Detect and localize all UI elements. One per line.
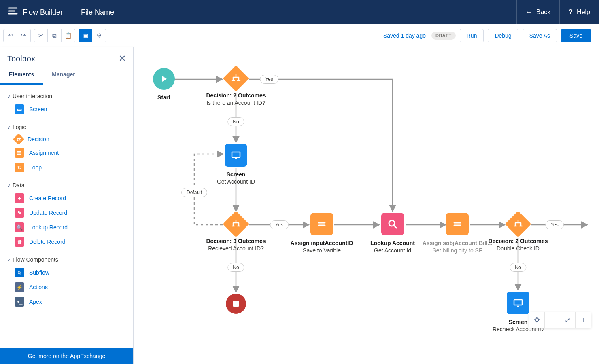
redo-button[interactable]: ↷ bbox=[17, 29, 31, 42]
palette-create-record[interactable]: ＋ Create Record bbox=[7, 191, 126, 205]
node-screen-1[interactable]: Screen Get Account ID bbox=[204, 144, 268, 185]
lookup-icon bbox=[381, 213, 404, 235]
zoom-controls: ✥ − ⤢ + bbox=[529, 312, 591, 328]
start-icon bbox=[153, 68, 175, 90]
fit-button[interactable]: ⤢ bbox=[560, 312, 576, 328]
loop-icon: ↻ bbox=[15, 163, 24, 172]
node-lookup[interactable]: Lookup Account Get Account Id bbox=[360, 213, 425, 254]
assignment-icon bbox=[310, 213, 333, 235]
subflow-icon: ≋ bbox=[15, 268, 24, 277]
draft-badge: DRAFT bbox=[431, 32, 456, 40]
flow-canvas[interactable]: Yes No Default Yes No Yes No Start Decis… bbox=[134, 47, 599, 364]
outcome-no[interactable]: No bbox=[227, 263, 244, 272]
chevron-down-icon: ∨ bbox=[7, 183, 10, 188]
file-name[interactable]: File Name bbox=[71, 8, 124, 17]
undo-button[interactable]: ↶ bbox=[3, 29, 17, 42]
chevron-down-icon: ∨ bbox=[7, 125, 10, 129]
assignment-icon bbox=[446, 213, 469, 235]
copy-button[interactable]: ⧉ bbox=[48, 29, 62, 42]
chevron-down-icon: ∨ bbox=[7, 94, 10, 99]
help-button[interactable]: ? Help bbox=[559, 0, 599, 24]
outcome-yes[interactable]: Yes bbox=[545, 220, 564, 229]
screen-icon bbox=[507, 292, 529, 314]
node-end[interactable] bbox=[204, 294, 268, 318]
gear-icon: ⚙ bbox=[96, 32, 102, 39]
apex-icon: >_ bbox=[15, 297, 24, 307]
debug-button[interactable]: Debug bbox=[488, 29, 518, 42]
toolbox-tabs: Elements Manager bbox=[0, 67, 133, 85]
zoom-out-button[interactable]: − bbox=[545, 312, 560, 328]
app-brand: Flow Builder bbox=[0, 0, 71, 24]
question-icon: ? bbox=[569, 8, 573, 16]
node-assign-input[interactable]: Assign inputAccountID Save to Varible bbox=[289, 213, 354, 254]
toolbox-title: Toolbox bbox=[7, 54, 35, 63]
panel-icon: ▣ bbox=[83, 32, 88, 39]
app-header: Flow Builder File Name ← Back ? Help bbox=[0, 0, 599, 24]
pan-button[interactable]: ✥ bbox=[529, 312, 545, 328]
toggle-panel-button[interactable]: ▣ bbox=[79, 29, 92, 42]
action-icon: ⚡ bbox=[15, 282, 24, 292]
chevron-down-icon: ∨ bbox=[7, 258, 10, 262]
palette-assignment[interactable]: ☰ Assignment bbox=[7, 146, 126, 160]
redo-icon: ↷ bbox=[21, 32, 26, 39]
svg-rect-3 bbox=[233, 301, 239, 307]
create-record-icon: ＋ bbox=[15, 193, 24, 203]
palette-apex[interactable]: >_ Apex bbox=[7, 294, 126, 309]
save-button[interactable]: Save bbox=[561, 29, 591, 42]
undo-icon: ↶ bbox=[8, 32, 13, 39]
svg-rect-0 bbox=[232, 152, 240, 157]
scissors-icon: ✂ bbox=[38, 32, 44, 39]
saved-status: Saved 1 day ago bbox=[383, 32, 426, 39]
screen-icon: ▭ bbox=[15, 104, 24, 114]
settings-button[interactable]: ⚙ bbox=[92, 29, 106, 42]
node-decision-2[interactable]: Decision: 3 Outcomes Recieved Account ID… bbox=[204, 215, 268, 252]
outcome-no[interactable]: No bbox=[227, 117, 244, 126]
palette-update-record[interactable]: ✎ Update Record bbox=[7, 205, 126, 220]
back-button[interactable]: ← Back bbox=[516, 0, 560, 24]
group-user-interaction[interactable]: ∨User interaction bbox=[7, 91, 126, 102]
group-flow-components[interactable]: ∨Flow Components bbox=[7, 254, 126, 265]
node-assign-billing[interactable]: Assign sobjAccount.Bill... Set billing c… bbox=[421, 213, 494, 254]
decision-icon bbox=[223, 65, 249, 91]
outcome-yes[interactable]: Yes bbox=[270, 220, 289, 229]
palette-lookup-record[interactable]: 🔍 Lookup Record bbox=[7, 220, 126, 235]
delete-record-icon: 🗑 bbox=[15, 237, 24, 247]
palette: ∨User interaction ▭ Screen ∨Logic ⇄ Deci… bbox=[0, 85, 133, 348]
cut-button[interactable]: ✂ bbox=[34, 29, 48, 42]
fit-icon: ⤢ bbox=[565, 315, 571, 324]
toolbar: ↶ ↷ ✂ ⧉ 📋 ▣ ⚙ Saved 1 day ago DRAFT Run … bbox=[0, 24, 599, 47]
decision-icon: ⇄ bbox=[13, 133, 24, 145]
group-data[interactable]: ∨Data bbox=[7, 180, 126, 191]
palette-loop[interactable]: ↻ Loop bbox=[7, 160, 126, 175]
node-decision-3[interactable]: Decision: 2 Outcomes Double Check ID bbox=[486, 215, 550, 252]
move-icon: ✥ bbox=[534, 315, 540, 324]
paste-button[interactable]: 📋 bbox=[62, 29, 75, 42]
update-record-icon: ✎ bbox=[15, 208, 24, 218]
palette-delete-record[interactable]: 🗑 Delete Record bbox=[7, 235, 126, 249]
run-button[interactable]: Run bbox=[460, 29, 484, 42]
palette-actions[interactable]: ⚡ Actions bbox=[7, 280, 126, 294]
appexchange-link[interactable]: Get more on the AppExchange bbox=[0, 348, 133, 364]
screen-icon bbox=[225, 144, 247, 167]
stop-icon bbox=[226, 294, 246, 314]
tab-elements[interactable]: Elements bbox=[0, 67, 43, 85]
clipboard-icon: 📋 bbox=[64, 32, 72, 39]
palette-screen[interactable]: ▭ Screen bbox=[7, 102, 126, 116]
outcome-no[interactable]: No bbox=[510, 263, 526, 272]
group-logic[interactable]: ∨Logic bbox=[7, 121, 126, 133]
outcome-default[interactable]: Default bbox=[181, 188, 207, 197]
outcome-yes[interactable]: Yes bbox=[260, 75, 278, 84]
tab-manager[interactable]: Manager bbox=[43, 67, 84, 85]
back-label: Back bbox=[536, 8, 551, 16]
palette-decision[interactable]: ⇄ Decision bbox=[7, 133, 126, 146]
node-decision-1[interactable]: Decision: 2 Outcomes Is there an Account… bbox=[204, 69, 268, 106]
save-as-button[interactable]: Save As bbox=[523, 29, 557, 42]
node-start[interactable]: Start bbox=[134, 68, 196, 101]
app-title: Flow Builder bbox=[23, 8, 63, 17]
zoom-in-button[interactable]: + bbox=[576, 312, 591, 328]
close-icon[interactable]: ✕ bbox=[119, 53, 126, 64]
palette-subflow[interactable]: ≋ Subflow bbox=[7, 265, 126, 280]
flow-icon bbox=[8, 7, 18, 17]
plus-icon: + bbox=[581, 316, 586, 324]
svg-rect-2 bbox=[514, 300, 522, 305]
